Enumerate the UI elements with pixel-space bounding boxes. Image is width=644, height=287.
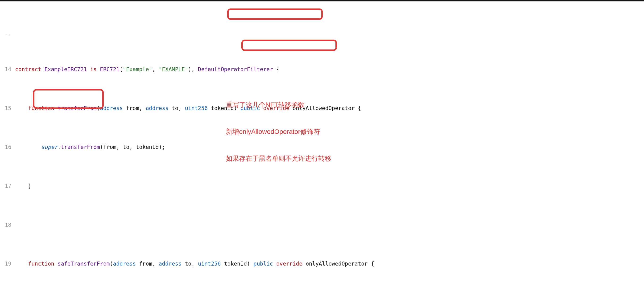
highlight-box — [242, 40, 337, 51]
highlight-box — [227, 8, 323, 20]
code-editor: 13 14 contract ExampleERC721 is ERC721("… — [0, 2, 644, 287]
fn-transferfrom: transferFrom — [58, 105, 97, 111]
base-operator-filterer: DefaultOperatorFilterer — [198, 66, 273, 72]
code-line: 13 — [0, 32, 644, 34]
line-number: 17 — [0, 182, 15, 190]
line-number: 15 — [0, 104, 15, 112]
code-line: 18 — [0, 221, 644, 229]
keyword-contract: contract — [15, 66, 41, 72]
line-number: 14 — [0, 66, 15, 73]
code-line: 15 function transferFrom(address from, a… — [0, 104, 644, 112]
keyword-override: override — [263, 105, 290, 111]
code-text: function transferFrom(address from, addr… — [15, 104, 644, 112]
code-line: 16 super.transferFrom(from, to, tokenId)… — [0, 143, 644, 151]
annotation-line: 新增onlyAllowedOperator修饰符 — [226, 127, 332, 136]
code-line: 14 contract ExampleERC721 is ERC721("Exa… — [0, 66, 644, 73]
code-text: function safeTransferFrom(address from, … — [15, 260, 644, 268]
keyword-function: function — [28, 105, 54, 111]
code-text: contract ExampleERC721 is ERC721("Exampl… — [15, 66, 644, 73]
annotation-text: 重写了这几个NFT转移函数 新增onlyAllowedOperator修饰符 如… — [226, 82, 332, 181]
line-number: 19 — [0, 260, 15, 268]
code-text: super.transferFrom(from, to, tokenId); — [15, 143, 644, 151]
code-text: } — [15, 182, 644, 190]
annotation-line: 如果存在于黑名单则不允许进行转移 — [226, 154, 332, 163]
line-number: 18 — [0, 221, 15, 229]
base-erc721: ERC721 — [100, 66, 120, 72]
string-literal: "Example" — [123, 66, 152, 72]
contract-name: ExampleERC721 — [44, 66, 87, 72]
line-number: 13 — [0, 32, 15, 34]
fn-safetransferfrom: safeTransferFrom — [58, 260, 110, 267]
code-line: 19 function safeTransferFrom(address fro… — [0, 260, 644, 268]
modifier-onlyallowedoperator: onlyAllowedOperator — [292, 105, 354, 111]
keyword-is: is — [90, 66, 97, 72]
string-literal: "EXAMPLE" — [159, 66, 188, 72]
line-number: 16 — [0, 143, 15, 151]
code-line: 17 } — [0, 182, 644, 190]
keyword-super: super — [41, 144, 58, 150]
